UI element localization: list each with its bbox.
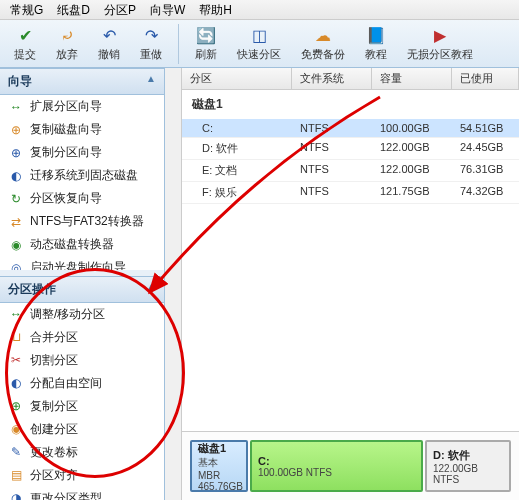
item-label: 分配自由空间 — [30, 375, 156, 392]
diskmap-d[interactable]: D: 软件 122.00GB NTFS — [425, 440, 511, 492]
item-icon: ◑ — [8, 490, 24, 500]
partition-icon: ◫ — [249, 25, 269, 45]
ops-item-0[interactable]: ↔调整/移动分区 — [0, 303, 164, 326]
video-icon: ▶ — [430, 25, 450, 45]
separator — [178, 24, 179, 64]
ops-panel-header[interactable]: 分区操作 ▲ — [0, 276, 164, 303]
disk-map: 磁盘1 基本 MBR 465.76GB C: 100.00GB NTFS D: … — [182, 431, 519, 500]
col-partition[interactable]: 分区 — [182, 68, 292, 89]
menubar: 常规G 纸盘D 分区P 向导W 帮助H — [0, 0, 519, 20]
undo-icon: ↶ — [99, 25, 119, 45]
item-icon: ◎ — [8, 260, 24, 270]
wizard-item-2[interactable]: ⊕复制分区向导 — [0, 141, 164, 164]
losslesstut-button[interactable]: ▶无损分区教程 — [399, 22, 481, 66]
backup-icon: ☁ — [313, 25, 333, 45]
chevron-up-icon: ▲ — [146, 281, 156, 298]
wizard-item-4[interactable]: ↻分区恢复向导 — [0, 187, 164, 210]
item-icon: ✂ — [8, 352, 24, 368]
ops-item-8[interactable]: ◑更改分区类型 — [0, 487, 164, 500]
wizard-item-0[interactable]: ↔扩展分区向导 — [0, 95, 164, 118]
wizard-panel-title: 向导 — [8, 73, 32, 90]
chevron-up-icon: ▲ — [146, 73, 156, 90]
commit-button[interactable]: ✔提交 — [6, 22, 44, 66]
item-icon: ⇄ — [8, 214, 24, 230]
discard-icon: ⤾ — [57, 25, 77, 45]
tutorial-button[interactable]: 📘教程 — [357, 22, 395, 66]
ops-panel-body: ↔调整/移动分区⊔合并分区✂切割分区◐分配自由空间⊕复制分区◉创建分区✎更改卷标… — [0, 303, 164, 500]
partition-row-0[interactable]: C:NTFS100.00GB54.51GB — [182, 119, 519, 138]
item-icon: ↻ — [8, 191, 24, 207]
wizard-panel-header[interactable]: 向导 ▲ — [0, 68, 164, 95]
item-label: 复制分区 — [30, 398, 156, 415]
col-used[interactable]: 已使用 — [452, 68, 519, 89]
item-label: 更改卷标 — [30, 444, 156, 461]
refresh-icon: 🔄 — [196, 25, 216, 45]
diskmap-c[interactable]: C: 100.00GB NTFS — [250, 440, 423, 492]
item-label: 动态磁盘转换器 — [30, 236, 156, 253]
partition-table: C:NTFS100.00GB54.51GBD: 软件NTFS122.00GB24… — [182, 119, 519, 204]
item-icon: ⊕ — [8, 122, 24, 138]
item-label: 迁移系统到固态磁盘 — [30, 167, 156, 184]
item-icon: ▤ — [8, 467, 24, 483]
wizard-item-7[interactable]: ◎启动光盘制作向导 — [0, 256, 164, 270]
redo-button[interactable]: ↷重做 — [132, 22, 170, 66]
item-icon: ↔ — [8, 99, 24, 115]
partition-row-1[interactable]: D: 软件NTFS122.00GB24.45GB — [182, 138, 519, 160]
ops-item-7[interactable]: ▤分区对齐 — [0, 464, 164, 487]
item-icon: ✎ — [8, 444, 24, 460]
undo-button[interactable]: ↶撤销 — [90, 22, 128, 66]
item-icon: ◉ — [8, 237, 24, 253]
menu-wizard[interactable]: 向导W — [144, 0, 191, 19]
item-icon: ⊔ — [8, 329, 24, 345]
wizard-item-3[interactable]: ◐迁移系统到固态磁盘 — [0, 164, 164, 187]
col-fs[interactable]: 文件系统 — [292, 68, 372, 89]
wizard-item-6[interactable]: ◉动态磁盘转换器 — [0, 233, 164, 256]
ops-item-4[interactable]: ⊕复制分区 — [0, 395, 164, 418]
menu-disk[interactable]: 纸盘D — [51, 0, 96, 19]
item-label: 启动光盘制作向导 — [30, 259, 156, 270]
ops-item-6[interactable]: ✎更改卷标 — [0, 441, 164, 464]
toolbar: ✔提交 ⤾放弃 ↶撤销 ↷重做 🔄刷新 ◫快速分区 ☁免费备份 📘教程 ▶无损分… — [0, 20, 519, 68]
item-label: NTFS与FAT32转换器 — [30, 213, 156, 230]
item-icon: ↔ — [8, 306, 24, 322]
book-icon: 📘 — [366, 25, 386, 45]
fastpart-button[interactable]: ◫快速分区 — [229, 22, 289, 66]
ops-item-5[interactable]: ◉创建分区 — [0, 418, 164, 441]
item-label: 切割分区 — [30, 352, 156, 369]
item-icon: ◐ — [8, 168, 24, 184]
backup-button[interactable]: ☁免费备份 — [293, 22, 353, 66]
refresh-button[interactable]: 🔄刷新 — [187, 22, 225, 66]
partition-row-3[interactable]: F: 娱乐NTFS121.75GB74.32GB — [182, 182, 519, 204]
item-label: 创建分区 — [30, 421, 156, 438]
item-label: 复制磁盘向导 — [30, 121, 156, 138]
wizard-item-5[interactable]: ⇄NTFS与FAT32转换器 — [0, 210, 164, 233]
sidebar-scrollbar[interactable] — [165, 68, 182, 500]
item-label: 合并分区 — [30, 329, 156, 346]
partition-row-2[interactable]: E: 文档NTFS122.00GB76.31GB — [182, 160, 519, 182]
discard-button[interactable]: ⤾放弃 — [48, 22, 86, 66]
item-icon: ⊕ — [8, 398, 24, 414]
menu-help[interactable]: 帮助H — [193, 0, 238, 19]
item-label: 分区恢复向导 — [30, 190, 156, 207]
wizard-panel-body: ↔扩展分区向导⊕复制磁盘向导⊕复制分区向导◐迁移系统到固态磁盘↻分区恢复向导⇄N… — [0, 95, 164, 270]
redo-icon: ↷ — [141, 25, 161, 45]
wizard-item-1[interactable]: ⊕复制磁盘向导 — [0, 118, 164, 141]
menu-general[interactable]: 常规G — [4, 0, 49, 19]
ops-panel-title: 分区操作 — [8, 281, 56, 298]
table-header: 分区 文件系统 容量 已使用 — [182, 68, 519, 90]
diskmap-total[interactable]: 磁盘1 基本 MBR 465.76GB — [190, 440, 248, 492]
sidebar: 向导 ▲ ↔扩展分区向导⊕复制磁盘向导⊕复制分区向导◐迁移系统到固态磁盘↻分区恢… — [0, 68, 165, 500]
item-label: 调整/移动分区 — [30, 306, 156, 323]
col-capacity[interactable]: 容量 — [372, 68, 452, 89]
disk-header[interactable]: 磁盘1 — [182, 90, 519, 119]
item-label: 更改分区类型 — [30, 490, 156, 500]
main-panel: 分区 文件系统 容量 已使用 磁盘1 C:NTFS100.00GB54.51GB… — [182, 68, 519, 500]
ops-item-3[interactable]: ◐分配自由空间 — [0, 372, 164, 395]
item-icon: ⊕ — [8, 145, 24, 161]
item-label: 扩展分区向导 — [30, 98, 156, 115]
item-label: 分区对齐 — [30, 467, 156, 484]
ops-item-2[interactable]: ✂切割分区 — [0, 349, 164, 372]
ops-item-1[interactable]: ⊔合并分区 — [0, 326, 164, 349]
item-icon: ◐ — [8, 375, 24, 391]
menu-partition[interactable]: 分区P — [98, 0, 142, 19]
